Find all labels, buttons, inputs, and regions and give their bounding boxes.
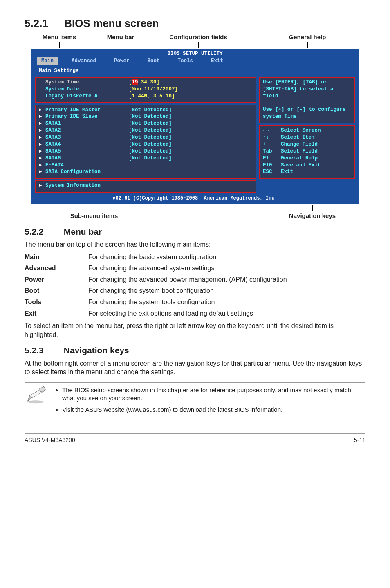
paragraph: At the bottom right corner of a menu scr…: [25, 359, 365, 377]
section-heading-522: 5.2.2 Menu bar: [25, 226, 365, 238]
field-label[interactable]: System Time: [45, 79, 129, 86]
bios-item-row[interactable]: ▶E-SATA: [39, 162, 252, 169]
help-key: ESC: [263, 168, 281, 175]
field-value: [Not Detected]: [129, 113, 252, 120]
field-value[interactable]: [Mon 11/19/2007]: [129, 86, 252, 93]
paragraph: To select an item on the menu bar, press…: [25, 321, 365, 339]
section-title: Menu bar: [64, 227, 102, 236]
bios-item-row[interactable]: ▶SATA1[Not Detected]: [39, 120, 252, 127]
bios-help-top: Use [ENTER], [TAB] or [SHIFT-TAB] to sel…: [259, 77, 355, 123]
section-heading-521: 5.2.1 BIOS menu screen: [25, 16, 365, 31]
note-bullet: Visit the ASUS website (www.asus.com) to…: [62, 406, 365, 414]
help-key: ←→: [263, 127, 281, 134]
annotation-label: Navigation keys: [271, 212, 353, 220]
section-number: 5.2.1: [25, 16, 61, 31]
bios-screenshot: BIOS SETUP UTILITY Main Advanced Power B…: [31, 49, 359, 204]
field-value: [Not Detected]: [129, 155, 252, 162]
bios-item-row[interactable]: ▶SATA5[Not Detected]: [39, 148, 252, 155]
field-value: [Not Detected]: [129, 148, 252, 155]
bios-item-row[interactable]: ▶SATA2[Not Detected]: [39, 127, 252, 134]
triangle-right-icon: ▶: [39, 134, 45, 141]
bios-tab-power[interactable]: Power: [110, 57, 134, 65]
top-annotation-row: Menu items Menu bar Configuration fields…: [25, 33, 365, 48]
field-label: SATA3: [45, 134, 129, 141]
bios-left-panel-top: System Time [19:34:30] System Date [Mon …: [35, 77, 256, 103]
bios-item-row[interactable]: ▶SATA3[Not Detected]: [39, 134, 252, 141]
table-key: Boot: [25, 285, 88, 296]
paragraph: The menu bar on top of the screen has th…: [25, 240, 365, 249]
help-key-desc: Save and Exit: [281, 162, 321, 169]
triangle-right-icon: ▶: [39, 168, 45, 175]
bios-item-row[interactable]: ▶Primary IDE Slave[Not Detected]: [39, 113, 252, 120]
help-key-row: ↑↓Select Item: [263, 134, 351, 141]
submenu-item[interactable]: System Information: [45, 182, 129, 189]
bios-item-row[interactable]: ▶SATA6[Not Detected]: [39, 155, 252, 162]
help-key: ↑↓: [263, 134, 281, 141]
table-key: Advanced: [25, 263, 88, 274]
section-number: 5.2.2: [25, 226, 61, 238]
table-row: ExitFor selecting the exit options and l…: [25, 308, 289, 319]
help-key-row: +-Change Field: [263, 141, 351, 148]
annotation-label: Sub-menu items: [53, 212, 135, 220]
field-label[interactable]: Legacy Diskette A: [45, 93, 129, 100]
field-value[interactable]: [19:34:30]: [129, 79, 252, 86]
table-desc: For changing the advanced power manageme…: [88, 274, 289, 285]
help-text: Use [ENTER], [TAB] or [SHIFT-TAB] to sel…: [263, 79, 351, 120]
bios-left-panel-bot: ▶ System Information: [35, 180, 256, 193]
bios-title: BIOS SETUP UTILITY: [31, 49, 359, 57]
table-desc: For changing the basic system configurat…: [88, 251, 289, 263]
annotation-tick: [94, 205, 94, 211]
field-value[interactable]: [1.44M, 3.5 in]: [129, 93, 252, 100]
field-label: E-SATA: [45, 162, 129, 169]
annotation-tick: [198, 42, 199, 48]
help-key-desc: Select Screen: [281, 127, 321, 134]
field-value: [Not Detected]: [129, 141, 252, 148]
note-bullet: The BIOS setup screens shown in this cha…: [62, 386, 365, 403]
field-label: SATA2: [45, 127, 129, 134]
bios-tab-tools[interactable]: Tools: [174, 57, 197, 65]
table-desc: For changing the system boot configurati…: [88, 285, 289, 296]
bios-item-row[interactable]: ▶SATA4[Not Detected]: [39, 141, 252, 148]
table-row: MainFor changing the basic system config…: [25, 251, 289, 263]
bios-tab-boot[interactable]: Boot: [143, 57, 164, 65]
field-label[interactable]: System Date: [45, 86, 129, 93]
table-row: BootFor changing the system boot configu…: [25, 285, 289, 296]
table-row: ToolsFor changing the system tools confi…: [25, 296, 289, 308]
triangle-right-icon: ▶: [39, 141, 45, 148]
field-value: [Not Detected]: [129, 120, 252, 127]
section-title: BIOS menu screen: [64, 17, 159, 29]
bios-tab-main[interactable]: Main: [37, 57, 58, 65]
bios-help-keys: ←→Select Screen↑↓Select Item+-Change Fie…: [259, 125, 355, 179]
help-key-desc: Select Field: [281, 148, 318, 155]
help-key-row: F10Save and Exit: [263, 162, 351, 169]
svg-point-0: [28, 400, 44, 403]
page-footer: ASUS V4-M3A3200 5-11: [25, 433, 365, 444]
help-key-row: F1General Help: [263, 155, 351, 162]
footer-right: 5-11: [354, 436, 365, 444]
annotation-tick: [59, 42, 60, 48]
annotation-label: Menu bar: [94, 33, 147, 41]
triangle-right-icon: ▶: [39, 155, 45, 162]
annotation-tick: [121, 42, 121, 48]
table-key: Tools: [25, 296, 88, 308]
bios-tab-exit[interactable]: Exit: [207, 57, 227, 65]
help-key-desc: Select Item: [281, 134, 315, 141]
bios-item-row[interactable]: ▶SATA Configuration: [39, 168, 252, 175]
field-label: SATA1: [45, 120, 129, 127]
bios-item-row[interactable]: ▶Primary IDE Master[Not Detected]: [39, 107, 252, 114]
triangle-right-icon: ▶: [39, 162, 45, 169]
annotation-label: General help: [249, 33, 365, 41]
help-key-row: ←→Select Screen: [263, 127, 351, 134]
table-key: Main: [25, 251, 88, 263]
table-key: Power: [25, 274, 88, 285]
table-desc: For changing the advanced system setting…: [88, 263, 289, 274]
bios-tab-advanced[interactable]: Advanced: [67, 57, 100, 65]
annotation-label: Configuration fields: [147, 33, 249, 41]
bios-left-panel-mid: ▶Primary IDE Master[Not Detected]▶Primar…: [35, 105, 256, 179]
field-label: SATA5: [45, 148, 129, 155]
help-key-row: TabSelect Field: [263, 148, 351, 155]
table-row: AdvancedFor changing the advanced system…: [25, 263, 289, 274]
note-text: The BIOS setup screens shown in this cha…: [53, 386, 365, 417]
field-label: Primary IDE Master: [45, 107, 129, 114]
field-value: [129, 168, 252, 175]
